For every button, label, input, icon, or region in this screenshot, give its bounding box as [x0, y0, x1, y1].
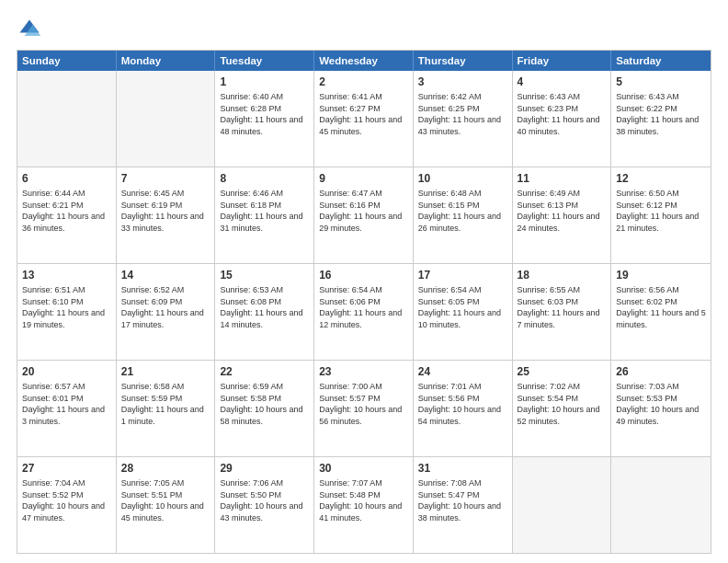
calendar-row-2: 6Sunrise: 6:44 AMSunset: 6:21 PMDaylight…: [17, 167, 711, 263]
day-cell-20: 20Sunrise: 6:57 AMSunset: 6:01 PMDayligh…: [17, 361, 117, 456]
day-info: Sunset: 5:58 PM: [220, 393, 309, 405]
day-cell-24: 24Sunrise: 7:01 AMSunset: 5:56 PMDayligh…: [414, 361, 513, 456]
day-info: Sunset: 5:47 PM: [418, 489, 507, 501]
day-info: Daylight: 11 hours and 48 minutes.: [220, 114, 309, 137]
day-info: Daylight: 11 hours and 45 minutes.: [319, 114, 408, 137]
day-info: Daylight: 11 hours and 29 minutes.: [319, 211, 408, 234]
day-info: Sunset: 6:27 PM: [319, 103, 408, 115]
day-info: Sunset: 5:51 PM: [121, 489, 210, 501]
day-info: Daylight: 11 hours and 43 minutes.: [418, 114, 507, 137]
header-cell-saturday: Saturday: [611, 51, 711, 71]
day-info: Sunset: 5:57 PM: [319, 393, 408, 405]
day-info: Sunset: 6:08 PM: [220, 296, 309, 308]
day-cell-6: 6Sunrise: 6:44 AMSunset: 6:21 PMDaylight…: [17, 167, 117, 263]
day-info: Sunrise: 6:49 AM: [518, 188, 607, 200]
day-info: Sunset: 6:02 PM: [616, 296, 706, 308]
day-info: Daylight: 10 hours and 54 minutes.: [418, 404, 507, 427]
day-cell-7: 7Sunrise: 6:45 AMSunset: 6:19 PMDaylight…: [117, 167, 216, 263]
day-info: Sunset: 6:01 PM: [22, 393, 111, 405]
day-info: Sunrise: 7:01 AM: [418, 381, 507, 393]
calendar-row-4: 20Sunrise: 6:57 AMSunset: 6:01 PMDayligh…: [17, 360, 711, 456]
empty-cell: [513, 457, 612, 553]
day-cell-9: 9Sunrise: 6:47 AMSunset: 6:16 PMDaylight…: [314, 167, 414, 263]
empty-cell: [611, 457, 711, 553]
day-cell-28: 28Sunrise: 7:05 AMSunset: 5:51 PMDayligh…: [117, 457, 216, 553]
day-cell-3: 3Sunrise: 6:42 AMSunset: 6:25 PMDaylight…: [414, 71, 513, 167]
day-info: Sunset: 5:52 PM: [22, 489, 111, 501]
day-info: Sunset: 6:16 PM: [319, 200, 408, 212]
day-info: Sunset: 6:03 PM: [518, 296, 607, 308]
day-number: 11: [518, 171, 607, 186]
day-cell-21: 21Sunrise: 6:58 AMSunset: 5:59 PMDayligh…: [117, 361, 216, 456]
day-info: Sunset: 5:48 PM: [319, 489, 408, 501]
day-number: 3: [418, 75, 507, 89]
day-info: Sunset: 6:28 PM: [220, 103, 309, 115]
day-info: Daylight: 11 hours and 40 minutes.: [518, 114, 607, 137]
day-info: Sunrise: 6:51 AM: [22, 284, 111, 296]
day-info: Sunrise: 6:45 AM: [121, 188, 210, 200]
day-info: Daylight: 11 hours and 36 minutes.: [22, 211, 111, 234]
day-info: Daylight: 11 hours and 1 minute.: [121, 404, 210, 427]
day-info: Sunset: 6:25 PM: [418, 103, 507, 115]
day-number: 31: [418, 461, 507, 476]
day-number: 10: [418, 171, 507, 186]
day-info: Sunrise: 7:08 AM: [418, 477, 507, 489]
day-number: 25: [518, 364, 607, 379]
day-info: Sunrise: 6:40 AM: [220, 91, 309, 103]
day-info: Daylight: 11 hours and 3 minutes.: [22, 404, 111, 427]
day-info: Sunset: 5:59 PM: [121, 393, 210, 405]
calendar-header: SundayMondayTuesdayWednesdayThursdayFrid…: [17, 51, 711, 71]
day-info: Daylight: 10 hours and 58 minutes.: [220, 404, 309, 427]
day-cell-13: 13Sunrise: 6:51 AMSunset: 6:10 PMDayligh…: [17, 264, 117, 360]
calendar-row-5: 27Sunrise: 7:04 AMSunset: 5:52 PMDayligh…: [17, 456, 711, 553]
day-cell-5: 5Sunrise: 6:43 AMSunset: 6:22 PMDaylight…: [611, 71, 711, 167]
day-info: Sunrise: 6:46 AM: [220, 188, 309, 200]
day-info: Sunrise: 7:05 AM: [121, 477, 210, 489]
header-cell-thursday: Thursday: [414, 51, 513, 71]
day-cell-14: 14Sunrise: 6:52 AMSunset: 6:09 PMDayligh…: [117, 264, 216, 360]
day-info: Sunrise: 6:43 AM: [616, 91, 706, 103]
day-cell-16: 16Sunrise: 6:54 AMSunset: 6:06 PMDayligh…: [314, 264, 414, 360]
day-number: 24: [418, 364, 507, 379]
day-number: 12: [616, 171, 706, 186]
day-cell-12: 12Sunrise: 6:50 AMSunset: 6:12 PMDayligh…: [611, 167, 711, 263]
day-info: Daylight: 10 hours and 38 minutes.: [418, 500, 507, 523]
day-info: Sunset: 6:13 PM: [518, 200, 607, 212]
day-number: 20: [22, 364, 111, 379]
day-number: 30: [319, 461, 408, 476]
day-number: 16: [319, 268, 408, 282]
header-cell-monday: Monday: [117, 51, 216, 71]
day-info: Sunset: 6:22 PM: [616, 103, 706, 115]
day-info: Sunrise: 7:06 AM: [220, 477, 309, 489]
day-info: Sunrise: 6:52 AM: [121, 284, 210, 296]
day-number: 1: [220, 75, 309, 89]
day-cell-31: 31Sunrise: 7:08 AMSunset: 5:47 PMDayligh…: [414, 457, 513, 553]
day-info: Sunset: 5:54 PM: [518, 393, 607, 405]
day-cell-23: 23Sunrise: 7:00 AMSunset: 5:57 PMDayligh…: [314, 361, 414, 456]
day-info: Sunset: 5:56 PM: [418, 393, 507, 405]
day-info: Sunrise: 6:58 AM: [121, 381, 210, 393]
day-info: Sunrise: 6:48 AM: [418, 188, 507, 200]
day-cell-11: 11Sunrise: 6:49 AMSunset: 6:13 PMDayligh…: [513, 167, 612, 263]
day-info: Daylight: 11 hours and 31 minutes.: [220, 211, 309, 234]
day-number: 8: [220, 171, 309, 186]
day-info: Sunrise: 6:44 AM: [22, 188, 111, 200]
day-number: 14: [121, 268, 210, 282]
day-number: 28: [121, 461, 210, 476]
calendar-page: SundayMondayTuesdayWednesdayThursdayFrid…: [0, 0, 728, 563]
day-info: Sunset: 6:18 PM: [220, 200, 309, 212]
day-info: Daylight: 11 hours and 21 minutes.: [616, 211, 706, 234]
day-info: Daylight: 11 hours and 26 minutes.: [418, 211, 507, 234]
header-cell-wednesday: Wednesday: [314, 51, 414, 71]
day-number: 19: [616, 268, 706, 282]
day-info: Sunset: 5:53 PM: [616, 393, 706, 405]
day-info: Daylight: 11 hours and 10 minutes.: [418, 307, 507, 330]
day-number: 15: [220, 268, 309, 282]
day-number: 22: [220, 364, 309, 379]
day-cell-18: 18Sunrise: 6:55 AMSunset: 6:03 PMDayligh…: [513, 264, 612, 360]
calendar-body: 1Sunrise: 6:40 AMSunset: 6:28 PMDaylight…: [17, 71, 711, 553]
calendar: SundayMondayTuesdayWednesdayThursdayFrid…: [17, 50, 711, 554]
day-info: Daylight: 11 hours and 17 minutes.: [121, 307, 210, 330]
day-number: 13: [22, 268, 111, 282]
calendar-row-3: 13Sunrise: 6:51 AMSunset: 6:10 PMDayligh…: [17, 263, 711, 360]
